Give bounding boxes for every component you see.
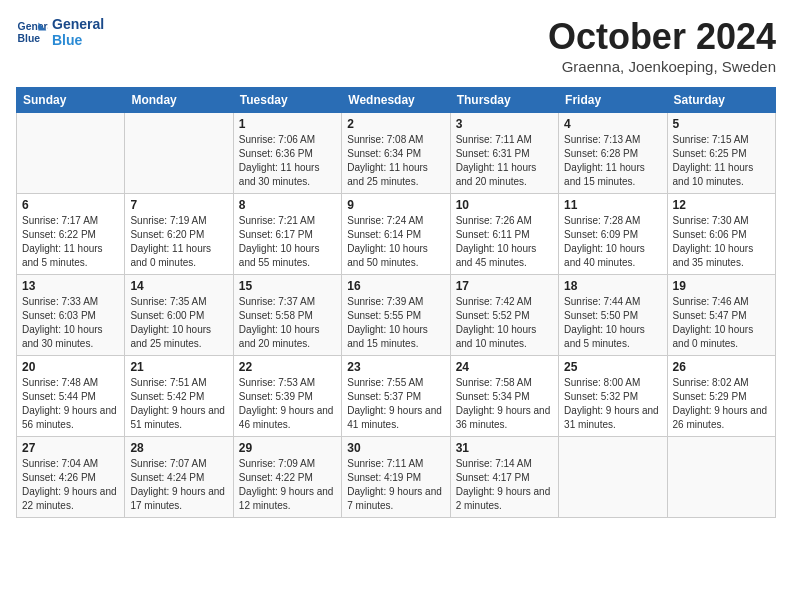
day-number: 28	[130, 441, 227, 455]
week-row-2: 6Sunrise: 7:17 AM Sunset: 6:22 PM Daylig…	[17, 194, 776, 275]
day-number: 23	[347, 360, 444, 374]
day-info: Sunrise: 7:51 AM Sunset: 5:42 PM Dayligh…	[130, 376, 227, 432]
day-cell	[17, 113, 125, 194]
day-cell: 2Sunrise: 7:08 AM Sunset: 6:34 PM Daylig…	[342, 113, 450, 194]
day-info: Sunrise: 7:58 AM Sunset: 5:34 PM Dayligh…	[456, 376, 553, 432]
day-info: Sunrise: 7:09 AM Sunset: 4:22 PM Dayligh…	[239, 457, 336, 513]
day-cell: 1Sunrise: 7:06 AM Sunset: 6:36 PM Daylig…	[233, 113, 341, 194]
day-number: 21	[130, 360, 227, 374]
day-info: Sunrise: 7:48 AM Sunset: 5:44 PM Dayligh…	[22, 376, 119, 432]
day-number: 2	[347, 117, 444, 131]
day-info: Sunrise: 7:08 AM Sunset: 6:34 PM Dayligh…	[347, 133, 444, 189]
day-cell: 19Sunrise: 7:46 AM Sunset: 5:47 PM Dayli…	[667, 275, 775, 356]
day-info: Sunrise: 7:33 AM Sunset: 6:03 PM Dayligh…	[22, 295, 119, 351]
day-info: Sunrise: 7:37 AM Sunset: 5:58 PM Dayligh…	[239, 295, 336, 351]
day-number: 18	[564, 279, 661, 293]
day-info: Sunrise: 7:24 AM Sunset: 6:14 PM Dayligh…	[347, 214, 444, 270]
day-cell: 14Sunrise: 7:35 AM Sunset: 6:00 PM Dayli…	[125, 275, 233, 356]
day-number: 1	[239, 117, 336, 131]
day-cell: 27Sunrise: 7:04 AM Sunset: 4:26 PM Dayli…	[17, 437, 125, 518]
svg-text:General: General	[18, 21, 48, 32]
logo: General Blue General Blue	[16, 16, 104, 48]
week-row-5: 27Sunrise: 7:04 AM Sunset: 4:26 PM Dayli…	[17, 437, 776, 518]
day-number: 6	[22, 198, 119, 212]
column-header-monday: Monday	[125, 88, 233, 113]
day-cell: 22Sunrise: 7:53 AM Sunset: 5:39 PM Dayli…	[233, 356, 341, 437]
day-number: 11	[564, 198, 661, 212]
day-cell: 9Sunrise: 7:24 AM Sunset: 6:14 PM Daylig…	[342, 194, 450, 275]
day-info: Sunrise: 7:19 AM Sunset: 6:20 PM Dayligh…	[130, 214, 227, 270]
day-cell: 15Sunrise: 7:37 AM Sunset: 5:58 PM Dayli…	[233, 275, 341, 356]
logo-general: General	[52, 16, 104, 32]
day-info: Sunrise: 7:06 AM Sunset: 6:36 PM Dayligh…	[239, 133, 336, 189]
day-number: 24	[456, 360, 553, 374]
day-number: 15	[239, 279, 336, 293]
day-cell: 12Sunrise: 7:30 AM Sunset: 6:06 PM Dayli…	[667, 194, 775, 275]
day-number: 8	[239, 198, 336, 212]
week-row-1: 1Sunrise: 7:06 AM Sunset: 6:36 PM Daylig…	[17, 113, 776, 194]
day-info: Sunrise: 7:07 AM Sunset: 4:24 PM Dayligh…	[130, 457, 227, 513]
day-cell: 17Sunrise: 7:42 AM Sunset: 5:52 PM Dayli…	[450, 275, 558, 356]
day-number: 13	[22, 279, 119, 293]
week-row-3: 13Sunrise: 7:33 AM Sunset: 6:03 PM Dayli…	[17, 275, 776, 356]
day-number: 25	[564, 360, 661, 374]
day-cell: 23Sunrise: 7:55 AM Sunset: 5:37 PM Dayli…	[342, 356, 450, 437]
calendar-table: SundayMondayTuesdayWednesdayThursdayFrid…	[16, 87, 776, 518]
day-cell: 24Sunrise: 7:58 AM Sunset: 5:34 PM Dayli…	[450, 356, 558, 437]
day-info: Sunrise: 7:26 AM Sunset: 6:11 PM Dayligh…	[456, 214, 553, 270]
day-cell: 4Sunrise: 7:13 AM Sunset: 6:28 PM Daylig…	[559, 113, 667, 194]
day-cell: 6Sunrise: 7:17 AM Sunset: 6:22 PM Daylig…	[17, 194, 125, 275]
day-info: Sunrise: 7:53 AM Sunset: 5:39 PM Dayligh…	[239, 376, 336, 432]
day-cell: 25Sunrise: 8:00 AM Sunset: 5:32 PM Dayli…	[559, 356, 667, 437]
title-area: October 2024 Graenna, Joenkoeping, Swede…	[548, 16, 776, 75]
day-number: 9	[347, 198, 444, 212]
header-row: SundayMondayTuesdayWednesdayThursdayFrid…	[17, 88, 776, 113]
column-header-thursday: Thursday	[450, 88, 558, 113]
day-number: 4	[564, 117, 661, 131]
day-number: 10	[456, 198, 553, 212]
day-cell: 7Sunrise: 7:19 AM Sunset: 6:20 PM Daylig…	[125, 194, 233, 275]
day-info: Sunrise: 7:11 AM Sunset: 6:31 PM Dayligh…	[456, 133, 553, 189]
day-number: 22	[239, 360, 336, 374]
day-info: Sunrise: 7:13 AM Sunset: 6:28 PM Dayligh…	[564, 133, 661, 189]
day-number: 12	[673, 198, 770, 212]
week-row-4: 20Sunrise: 7:48 AM Sunset: 5:44 PM Dayli…	[17, 356, 776, 437]
day-number: 5	[673, 117, 770, 131]
day-info: Sunrise: 7:35 AM Sunset: 6:00 PM Dayligh…	[130, 295, 227, 351]
column-header-sunday: Sunday	[17, 88, 125, 113]
day-cell: 29Sunrise: 7:09 AM Sunset: 4:22 PM Dayli…	[233, 437, 341, 518]
month-title: October 2024	[548, 16, 776, 58]
day-info: Sunrise: 8:02 AM Sunset: 5:29 PM Dayligh…	[673, 376, 770, 432]
day-cell: 21Sunrise: 7:51 AM Sunset: 5:42 PM Dayli…	[125, 356, 233, 437]
location-subtitle: Graenna, Joenkoeping, Sweden	[548, 58, 776, 75]
day-number: 19	[673, 279, 770, 293]
day-number: 20	[22, 360, 119, 374]
day-cell: 8Sunrise: 7:21 AM Sunset: 6:17 PM Daylig…	[233, 194, 341, 275]
day-cell	[125, 113, 233, 194]
day-number: 16	[347, 279, 444, 293]
day-cell: 20Sunrise: 7:48 AM Sunset: 5:44 PM Dayli…	[17, 356, 125, 437]
day-cell: 31Sunrise: 7:14 AM Sunset: 4:17 PM Dayli…	[450, 437, 558, 518]
day-cell: 5Sunrise: 7:15 AM Sunset: 6:25 PM Daylig…	[667, 113, 775, 194]
column-header-friday: Friday	[559, 88, 667, 113]
logo-icon: General Blue	[16, 16, 48, 48]
day-number: 17	[456, 279, 553, 293]
day-info: Sunrise: 8:00 AM Sunset: 5:32 PM Dayligh…	[564, 376, 661, 432]
day-info: Sunrise: 7:39 AM Sunset: 5:55 PM Dayligh…	[347, 295, 444, 351]
day-number: 26	[673, 360, 770, 374]
logo-blue: Blue	[52, 32, 104, 48]
day-info: Sunrise: 7:42 AM Sunset: 5:52 PM Dayligh…	[456, 295, 553, 351]
day-cell: 3Sunrise: 7:11 AM Sunset: 6:31 PM Daylig…	[450, 113, 558, 194]
column-header-saturday: Saturday	[667, 88, 775, 113]
day-info: Sunrise: 7:46 AM Sunset: 5:47 PM Dayligh…	[673, 295, 770, 351]
svg-text:Blue: Blue	[18, 33, 41, 44]
day-info: Sunrise: 7:44 AM Sunset: 5:50 PM Dayligh…	[564, 295, 661, 351]
day-number: 31	[456, 441, 553, 455]
day-info: Sunrise: 7:11 AM Sunset: 4:19 PM Dayligh…	[347, 457, 444, 513]
day-cell	[667, 437, 775, 518]
day-cell: 10Sunrise: 7:26 AM Sunset: 6:11 PM Dayli…	[450, 194, 558, 275]
day-cell: 28Sunrise: 7:07 AM Sunset: 4:24 PM Dayli…	[125, 437, 233, 518]
day-info: Sunrise: 7:21 AM Sunset: 6:17 PM Dayligh…	[239, 214, 336, 270]
day-cell: 13Sunrise: 7:33 AM Sunset: 6:03 PM Dayli…	[17, 275, 125, 356]
day-info: Sunrise: 7:15 AM Sunset: 6:25 PM Dayligh…	[673, 133, 770, 189]
